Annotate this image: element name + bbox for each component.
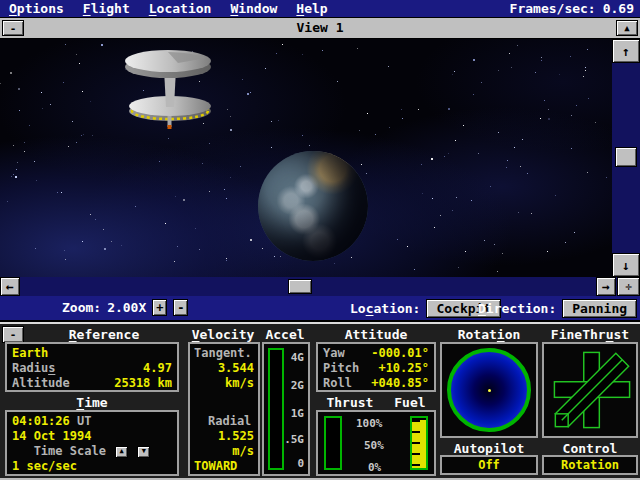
star [13,145,14,146]
vertical-scrollbar[interactable]: ↑ ↓ [612,39,640,277]
star [540,118,541,119]
star [16,169,17,170]
accel-gauge [268,348,284,470]
time-scale-up-button[interactable]: ▲ [115,446,128,458]
zoom-control: Zoom: 2.00X + - [62,299,188,316]
star [576,105,577,106]
menu-options[interactable]: Options [9,1,64,16]
menu-window[interactable]: Window [230,1,277,16]
yaw-value: -000.01° [371,346,429,361]
view-maximize-button[interactable]: ▲ [616,20,638,36]
star [36,180,37,181]
menu-flight[interactable]: Flight [83,1,130,16]
star [448,153,449,154]
star [83,134,84,135]
rotation-ball[interactable] [447,348,531,432]
reference-altitude-row: Altitude 25318 km [12,376,172,391]
star [121,245,122,246]
star [585,67,586,68]
autopilot-box[interactable]: Off [440,455,538,475]
control-box[interactable]: Rotation [542,455,638,475]
scroll-up-button[interactable]: ↑ [612,39,640,63]
pitch-value: +10.25° [378,361,429,376]
star [548,118,550,120]
star [366,173,367,174]
horizontal-scroll-thumb[interactable] [288,279,312,294]
radial-value: 1.525 [194,429,254,444]
menu-location[interactable]: Location [149,1,212,16]
roll-row: Roll+040.85° [323,376,429,391]
star [64,250,65,251]
star [195,228,196,229]
accel-tick-halfg: .5G [284,432,304,447]
altitude-label: Altitude [12,376,70,391]
star [587,172,588,173]
star [230,129,232,131]
star [571,115,572,116]
finethrust-box[interactable] [542,342,638,438]
thrust-fuel-box: 100% 50% 0% [316,410,436,476]
star [90,101,91,102]
star [389,127,390,128]
zoom-in-button[interactable]: + [152,299,167,316]
star [159,161,160,162]
radial-unit: m/s [194,444,254,459]
date-value: 14 Oct 1994 [12,429,172,444]
fuel-header: Fuel [394,395,425,410]
plus-icon: + [156,301,163,315]
star [226,260,227,261]
reference-box: Earth Radius 4.97 Altitude 25318 km [5,342,179,392]
star [465,251,466,252]
star [227,109,228,110]
time-scale-label: Time Scale [34,444,106,458]
star [65,259,66,260]
star [454,71,455,72]
star [90,214,91,215]
star [448,108,450,110]
fuel-tick-0: 0% [368,460,381,475]
thrust-gauge[interactable] [324,416,342,470]
thrust-header: Thrust [326,395,373,410]
star [421,164,422,165]
star [407,246,408,247]
vertical-scroll-thumb[interactable] [615,147,637,167]
finethrust-axes-icon [548,346,636,434]
star [280,256,281,257]
roll-value: +040.85° [371,376,429,391]
star [473,94,474,95]
menu-help[interactable]: Help [296,1,327,16]
view-title-bar: - View 1 ▲ [0,17,640,39]
star [111,241,112,242]
star [547,251,548,252]
star [309,145,310,146]
star [224,189,225,190]
scroll-right-button[interactable]: → [596,277,616,296]
horizontal-scrollbar[interactable]: ← → ✛ [0,277,640,296]
star [226,198,227,199]
star [302,135,303,136]
time-scale-down-button[interactable]: ▼ [137,446,150,458]
star [535,72,536,73]
star [104,248,106,250]
reference-radius-row: Radius 4.97 [12,361,172,376]
rotation-box[interactable] [440,342,538,438]
star [565,242,566,243]
star [24,151,25,152]
recenter-view-button[interactable]: ✛ [617,277,640,296]
pitch-label: Pitch [323,361,359,376]
star [0,83,1,84]
zoom-out-button[interactable]: - [173,299,188,316]
star [520,166,521,167]
panel-minimize-button[interactable]: - [2,326,24,343]
direction-button[interactable]: Panning [562,299,637,318]
rotation-center-dot [488,389,491,392]
star [555,195,556,196]
star [11,176,12,177]
star [250,239,252,241]
scroll-left-button[interactable]: ← [0,277,20,296]
star [175,196,176,197]
star [15,176,17,178]
tangential-unit: km/s [194,376,254,391]
scroll-down-button[interactable]: ↓ [612,253,640,277]
star [402,118,403,119]
